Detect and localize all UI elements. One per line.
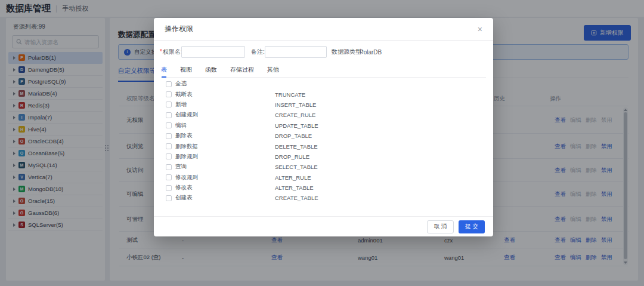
permission-row: 创建表CREATE_TABLE xyxy=(166,193,481,203)
submit-button[interactable]: 提 交 xyxy=(459,220,485,233)
permission-checkbox[interactable] xyxy=(166,122,172,128)
permission-row: 删除数据DELETE_TABLE xyxy=(166,141,481,151)
permission-code: CREATE_RULE xyxy=(275,112,315,118)
permission-row: 删除表DROP_TABLE xyxy=(166,131,481,141)
permission-row: 截断表TRUNCATE xyxy=(166,89,481,99)
permission-code: DROP_TABLE xyxy=(275,133,312,139)
permission-row: 编辑UPDATE_TABLE xyxy=(166,121,481,131)
permission-checkbox[interactable] xyxy=(166,143,172,149)
dialog-form-row: *权限名: 备注: 数据源类型: PolarDB xyxy=(154,41,493,63)
permission-label: 新增 xyxy=(175,101,271,109)
permission-row: 修改表ALTER_TABLE xyxy=(166,183,481,193)
permission-name-input[interactable] xyxy=(181,46,245,58)
permission-checkbox[interactable] xyxy=(166,195,172,201)
permission-row: 查询SELECT_TABLE xyxy=(166,162,481,172)
datasource-type-value: PolarDB xyxy=(360,49,382,56)
permission-checkbox-list: 全选 截断表TRUNCATE新增INSERT_TABLE创建规则CREATE_R… xyxy=(166,79,481,204)
permission-label: 查询 xyxy=(175,163,271,171)
close-icon[interactable]: × xyxy=(478,25,482,33)
permission-checkbox[interactable] xyxy=(166,102,172,107)
permission-code: ALTER_TABLE xyxy=(275,184,314,191)
dialog-tab-item[interactable]: 存储过程 xyxy=(230,63,254,77)
permission-code: INSERT_TABLE xyxy=(275,102,316,108)
permission-row: 新增INSERT_TABLE xyxy=(166,100,481,110)
operation-permission-dialog: 操作权限 × *权限名: 备注: 数据源类型: PolarDB 表视图函数存储过… xyxy=(154,18,493,236)
permission-checkbox[interactable] xyxy=(166,91,172,97)
dialog-tab-item[interactable]: 视图 xyxy=(180,63,192,77)
permission-code: SELECT_TABLE xyxy=(275,164,318,170)
permission-code: TRUNCATE xyxy=(275,91,305,98)
remark-label: 备注: xyxy=(251,48,265,56)
permission-row: 删除规则DROP_RULE xyxy=(166,152,481,162)
remark-input[interactable] xyxy=(265,46,327,58)
permission-checkbox[interactable] xyxy=(166,164,172,170)
dialog-tab-item[interactable]: 其他 xyxy=(267,63,279,77)
permission-label: 编辑 xyxy=(175,122,271,130)
app-window: 数据库管理 | 手动授权 资源列表:99 PPolarDB(1)DDamengD… xyxy=(0,0,644,286)
datasource-type-label: 数据源类型: xyxy=(332,48,363,56)
dialog-header: 操作权限 × xyxy=(154,18,493,41)
permission-label: 删除规则 xyxy=(175,153,271,161)
permission-checkbox[interactable] xyxy=(166,174,172,180)
permission-checkbox[interactable] xyxy=(166,112,172,118)
permission-checkbox[interactable] xyxy=(166,153,172,159)
permission-checkbox[interactable] xyxy=(166,185,172,191)
permission-label: 修改表 xyxy=(175,184,271,192)
dialog-tab-item[interactable]: 函数 xyxy=(205,63,217,77)
permission-code: DROP_RULE xyxy=(275,153,309,160)
permission-label: 删除数据 xyxy=(175,143,271,150)
permission-code: ALTER_RULE xyxy=(275,174,311,181)
permission-label: 创建表 xyxy=(175,194,271,202)
cancel-button[interactable]: 取 消 xyxy=(427,220,454,233)
permission-code: UPDATE_TABLE xyxy=(275,122,318,129)
dialog-footer: 取 消 提 交 xyxy=(154,216,493,236)
dialog-tabs: 表视图函数存储过程其他 xyxy=(161,63,486,78)
permission-label: 修改规则 xyxy=(175,174,271,182)
dialog-tab-item[interactable]: 表 xyxy=(161,63,167,77)
permission-row: 修改规则ALTER_RULE xyxy=(166,173,481,183)
dialog-title: 操作权限 xyxy=(165,24,193,34)
permission-code: DELETE_TABLE xyxy=(275,143,318,150)
select-all-label: 全选 xyxy=(175,80,271,88)
select-all-row: 全选 xyxy=(166,79,481,89)
permission-code: CREATE_TABLE xyxy=(275,195,318,201)
permission-name-label: *权限名: xyxy=(160,48,182,56)
required-mark: * xyxy=(160,48,162,55)
permission-row: 创建规则CREATE_RULE xyxy=(166,110,481,120)
select-all-checkbox[interactable] xyxy=(166,81,172,87)
permission-label: 截断表 xyxy=(175,91,271,99)
permission-label: 删除表 xyxy=(175,132,271,140)
permission-label: 创建规则 xyxy=(175,111,271,119)
permission-checkbox[interactable] xyxy=(166,133,172,139)
